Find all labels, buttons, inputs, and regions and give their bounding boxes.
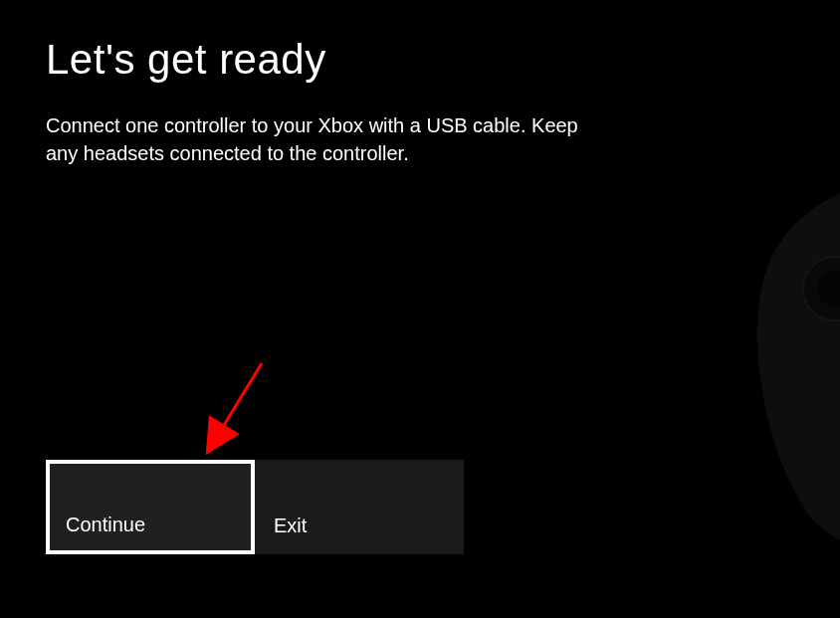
exit-button[interactable]: Exit (255, 460, 464, 554)
continue-button-label: Continue (66, 514, 145, 536)
main-container: Let's get ready Connect one controller t… (0, 0, 840, 203)
arrow-annotation-icon (197, 358, 277, 462)
page-title: Let's get ready (46, 36, 794, 84)
instruction-text: Connect one controller to your Xbox with… (46, 111, 603, 167)
exit-button-label: Exit (274, 515, 307, 537)
svg-point-3 (817, 271, 840, 307)
svg-line-1 (215, 363, 262, 440)
continue-button[interactable]: Continue (46, 460, 255, 554)
svg-point-2 (803, 257, 840, 320)
controller-decoration-icon (740, 179, 840, 557)
button-row: Continue Exit (46, 460, 464, 554)
